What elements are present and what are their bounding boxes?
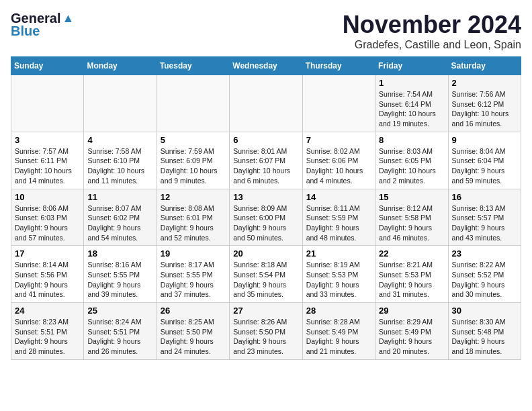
- day-number: 17: [15, 248, 80, 259]
- day-number: 4: [87, 135, 152, 145]
- calendar-cell: 9Sunrise: 8:04 AM Sunset: 6:04 PM Daylig…: [448, 132, 521, 189]
- page-header: General ▲ Blue November 2024 Gradefes, C…: [11, 11, 521, 51]
- day-info: Sunrise: 8:07 AM Sunset: 6:02 PM Dayligh…: [87, 203, 152, 243]
- day-info: Sunrise: 8:30 AM Sunset: 5:48 PM Dayligh…: [452, 317, 517, 357]
- calendar-cell: 29Sunrise: 8:29 AM Sunset: 5:49 PM Dayli…: [375, 303, 448, 360]
- calendar-week-4: 17Sunrise: 8:14 AM Sunset: 5:56 PM Dayli…: [11, 246, 521, 303]
- header-sunday: Sunday: [11, 57, 84, 75]
- day-number: 18: [87, 248, 152, 259]
- calendar-week-1: 1Sunrise: 7:54 AM Sunset: 6:14 PM Daylig…: [11, 75, 521, 132]
- day-number: 6: [233, 135, 298, 145]
- day-number: 21: [306, 248, 371, 259]
- day-number: 5: [161, 135, 226, 145]
- day-info: Sunrise: 8:25 AM Sunset: 5:50 PM Dayligh…: [161, 317, 226, 357]
- day-info: Sunrise: 8:14 AM Sunset: 5:56 PM Dayligh…: [15, 260, 80, 300]
- day-info: Sunrise: 7:57 AM Sunset: 6:11 PM Dayligh…: [15, 146, 80, 186]
- day-info: Sunrise: 7:54 AM Sunset: 6:14 PM Dayligh…: [379, 89, 444, 129]
- day-info: Sunrise: 7:59 AM Sunset: 6:09 PM Dayligh…: [161, 146, 226, 186]
- header-friday: Friday: [375, 57, 448, 75]
- calendar-cell: 16Sunrise: 8:13 AM Sunset: 5:57 PM Dayli…: [448, 189, 521, 246]
- day-info: Sunrise: 8:16 AM Sunset: 5:55 PM Dayligh…: [87, 260, 152, 300]
- calendar-cell: 18Sunrise: 8:16 AM Sunset: 5:55 PM Dayli…: [84, 246, 157, 303]
- calendar-cell: 2Sunrise: 7:56 AM Sunset: 6:12 PM Daylig…: [448, 75, 521, 132]
- calendar-cell: 22Sunrise: 8:21 AM Sunset: 5:53 PM Dayli…: [375, 246, 448, 303]
- calendar-cell: 27Sunrise: 8:26 AM Sunset: 5:50 PM Dayli…: [230, 303, 302, 360]
- day-number: 16: [452, 192, 517, 202]
- calendar-header-row: SundayMondayTuesdayWednesdayThursdayFrid…: [11, 57, 521, 75]
- header-saturday: Saturday: [448, 57, 521, 75]
- logo: General ▲ Blue: [11, 11, 74, 39]
- day-info: Sunrise: 8:22 AM Sunset: 5:52 PM Dayligh…: [452, 260, 517, 300]
- day-info: Sunrise: 8:12 AM Sunset: 5:58 PM Dayligh…: [379, 203, 444, 243]
- day-info: Sunrise: 8:21 AM Sunset: 5:53 PM Dayligh…: [379, 260, 444, 300]
- calendar-cell: 26Sunrise: 8:25 AM Sunset: 5:50 PM Dayli…: [157, 303, 229, 360]
- day-info: Sunrise: 8:17 AM Sunset: 5:55 PM Dayligh…: [161, 260, 226, 300]
- day-number: 27: [233, 306, 298, 316]
- day-number: 1: [379, 78, 444, 88]
- day-info: Sunrise: 7:56 AM Sunset: 6:12 PM Dayligh…: [452, 89, 517, 129]
- day-number: 29: [379, 306, 444, 316]
- calendar-week-2: 3Sunrise: 7:57 AM Sunset: 6:11 PM Daylig…: [11, 132, 521, 189]
- calendar-cell: 14Sunrise: 8:11 AM Sunset: 5:59 PM Dayli…: [302, 189, 375, 246]
- day-number: 14: [306, 192, 371, 202]
- day-number: 3: [15, 135, 80, 145]
- calendar-cell: 30Sunrise: 8:30 AM Sunset: 5:48 PM Dayli…: [448, 303, 521, 360]
- calendar-cell: 8Sunrise: 8:03 AM Sunset: 6:05 PM Daylig…: [375, 132, 448, 189]
- day-number: 25: [87, 306, 152, 316]
- calendar-cell: [302, 75, 375, 132]
- calendar-cell: 1Sunrise: 7:54 AM Sunset: 6:14 PM Daylig…: [375, 75, 448, 132]
- logo-blue: Blue: [11, 24, 40, 39]
- day-info: Sunrise: 8:13 AM Sunset: 5:57 PM Dayligh…: [452, 203, 517, 243]
- calendar-cell: 13Sunrise: 8:09 AM Sunset: 6:00 PM Dayli…: [230, 189, 302, 246]
- day-info: Sunrise: 8:02 AM Sunset: 6:06 PM Dayligh…: [306, 146, 371, 186]
- calendar-cell: 4Sunrise: 7:58 AM Sunset: 6:10 PM Daylig…: [84, 132, 157, 189]
- day-info: Sunrise: 8:04 AM Sunset: 6:04 PM Dayligh…: [452, 146, 517, 186]
- calendar-cell: 19Sunrise: 8:17 AM Sunset: 5:55 PM Dayli…: [157, 246, 229, 303]
- day-number: 26: [161, 306, 226, 316]
- calendar-cell: 11Sunrise: 8:07 AM Sunset: 6:02 PM Dayli…: [84, 189, 157, 246]
- calendar-cell: 21Sunrise: 8:19 AM Sunset: 5:53 PM Dayli…: [302, 246, 375, 303]
- calendar-cell: 25Sunrise: 8:24 AM Sunset: 5:51 PM Dayli…: [84, 303, 157, 360]
- calendar-cell: 15Sunrise: 8:12 AM Sunset: 5:58 PM Dayli…: [375, 189, 448, 246]
- logo-bird-icon: ▲: [62, 11, 74, 26]
- calendar-cell: 6Sunrise: 8:01 AM Sunset: 6:07 PM Daylig…: [230, 132, 302, 189]
- day-number: 28: [306, 306, 371, 316]
- day-info: Sunrise: 8:11 AM Sunset: 5:59 PM Dayligh…: [306, 203, 371, 243]
- day-info: Sunrise: 8:01 AM Sunset: 6:07 PM Dayligh…: [233, 146, 298, 186]
- page-title: November 2024: [343, 11, 521, 39]
- day-info: Sunrise: 8:24 AM Sunset: 5:51 PM Dayligh…: [87, 317, 152, 357]
- calendar-cell: 23Sunrise: 8:22 AM Sunset: 5:52 PM Dayli…: [448, 246, 521, 303]
- calendar-cell: 28Sunrise: 8:28 AM Sunset: 5:49 PM Dayli…: [302, 303, 375, 360]
- day-number: 7: [306, 135, 371, 145]
- header-thursday: Thursday: [302, 57, 375, 75]
- calendar-cell: [157, 75, 229, 132]
- day-number: 8: [379, 135, 444, 145]
- day-number: 22: [379, 248, 444, 259]
- day-info: Sunrise: 8:23 AM Sunset: 5:51 PM Dayligh…: [15, 317, 80, 357]
- calendar-cell: 12Sunrise: 8:08 AM Sunset: 6:01 PM Dayli…: [157, 189, 229, 246]
- title-block: November 2024 Gradefes, Castille and Leo…: [343, 11, 521, 51]
- day-number: 11: [87, 192, 152, 202]
- day-number: 20: [233, 248, 298, 259]
- calendar-week-3: 10Sunrise: 8:06 AM Sunset: 6:03 PM Dayli…: [11, 189, 521, 246]
- day-info: Sunrise: 7:58 AM Sunset: 6:10 PM Dayligh…: [87, 146, 152, 186]
- calendar-cell: 20Sunrise: 8:18 AM Sunset: 5:54 PM Dayli…: [230, 246, 302, 303]
- calendar-cell: 10Sunrise: 8:06 AM Sunset: 6:03 PM Dayli…: [11, 189, 84, 246]
- day-info: Sunrise: 8:18 AM Sunset: 5:54 PM Dayligh…: [233, 260, 298, 300]
- calendar-cell: [11, 75, 84, 132]
- day-info: Sunrise: 8:09 AM Sunset: 6:00 PM Dayligh…: [233, 203, 298, 243]
- header-monday: Monday: [84, 57, 157, 75]
- day-number: 15: [379, 192, 444, 202]
- header-wednesday: Wednesday: [230, 57, 302, 75]
- day-info: Sunrise: 8:28 AM Sunset: 5:49 PM Dayligh…: [306, 317, 371, 357]
- page-subtitle: Gradefes, Castille and Leon, Spain: [343, 39, 521, 51]
- header-tuesday: Tuesday: [157, 57, 229, 75]
- day-info: Sunrise: 8:06 AM Sunset: 6:03 PM Dayligh…: [15, 203, 80, 243]
- day-info: Sunrise: 8:03 AM Sunset: 6:05 PM Dayligh…: [379, 146, 444, 186]
- calendar-cell: 7Sunrise: 8:02 AM Sunset: 6:06 PM Daylig…: [302, 132, 375, 189]
- calendar-cell: [84, 75, 157, 132]
- day-info: Sunrise: 8:29 AM Sunset: 5:49 PM Dayligh…: [379, 317, 444, 357]
- day-number: 24: [15, 306, 80, 316]
- calendar-week-5: 24Sunrise: 8:23 AM Sunset: 5:51 PM Dayli…: [11, 303, 521, 360]
- day-number: 30: [452, 306, 517, 316]
